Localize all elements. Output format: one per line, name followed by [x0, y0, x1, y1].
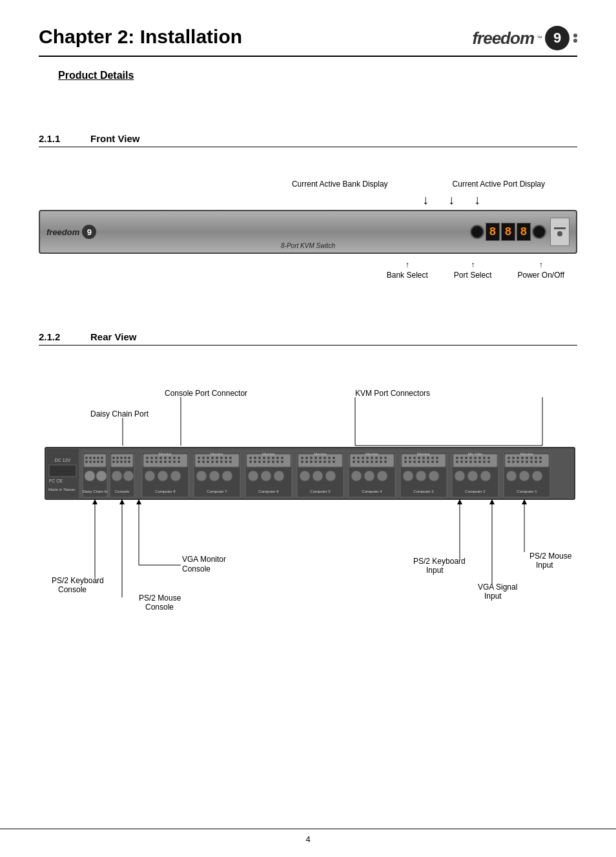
svg-point-68 [225, 457, 227, 459]
power-onoff-label: Power On/Off [518, 271, 564, 280]
svg-point-196 [517, 457, 519, 459]
kvm-digit-1: 8 [486, 223, 500, 241]
svg-point-162 [422, 460, 425, 463]
svg-point-47 [178, 457, 180, 459]
svg-point-43 [159, 457, 162, 459]
svg-point-9 [85, 457, 88, 459]
page-header: Chapter 2: Installation freedom ™ 9 [39, 26, 577, 57]
svg-point-25 [112, 457, 115, 459]
svg-point-12 [97, 457, 99, 459]
logo-circle: 9 [545, 26, 570, 50]
svg-text:PS/2 Mouse: PS/2 Mouse [529, 552, 572, 561]
svg-point-130 [362, 457, 364, 459]
svg-point-202 [508, 460, 510, 463]
svg-point-197 [521, 457, 524, 459]
svg-text:Computer 5: Computer 5 [310, 490, 331, 493]
svg-point-186 [483, 460, 486, 463]
svg-point-53 [169, 460, 171, 463]
svg-point-17 [97, 460, 99, 463]
svg-point-91 [281, 457, 283, 459]
port-select-label: Port Select [454, 271, 492, 280]
section-211-header: 2.1.1 Front View [39, 133, 577, 147]
svg-point-107 [305, 457, 308, 459]
port-select-label-group: ↑ Port Select [454, 260, 492, 280]
svg-point-62 [198, 457, 200, 459]
front-bottom-annotations: ↑ Bank Select ↑ Port Select ↑ Power On/O… [39, 260, 577, 280]
svg-point-40 [146, 457, 149, 459]
svg-point-178 [483, 457, 486, 459]
svg-point-163 [427, 460, 429, 463]
svg-point-198 [526, 457, 528, 459]
page: Chapter 2: Installation freedom ™ 9 Prod… [0, 0, 616, 857]
svg-point-73 [211, 460, 214, 463]
bank-select-arrow: ↑ [406, 260, 409, 269]
svg-point-116 [310, 460, 313, 463]
svg-point-15 [89, 460, 92, 463]
svg-point-146 [377, 471, 387, 481]
rear-view-area: Console Port Connector Daisy Chain Port … [39, 365, 577, 651]
svg-rect-8 [84, 454, 106, 467]
kvm-power-line [554, 227, 566, 229]
svg-point-30 [112, 460, 115, 463]
svg-point-97 [272, 460, 274, 463]
rear-view-svg: Console Port Connector Daisy Chain Port … [39, 378, 577, 649]
svg-point-93 [254, 460, 256, 463]
svg-point-95 [263, 460, 265, 463]
svg-point-153 [418, 457, 420, 459]
svg-point-20 [96, 471, 107, 481]
arrow-bank-down: ↓ [422, 192, 429, 207]
svg-point-33 [124, 460, 127, 463]
svg-point-42 [155, 457, 158, 459]
svg-point-16 [93, 460, 96, 463]
svg-point-161 [418, 460, 420, 463]
svg-point-140 [371, 460, 373, 463]
arrow-port2-down: ↓ [474, 192, 480, 207]
kvm-front-panel: freedom 9 8-Port KVM Switch 8 8 8 [39, 210, 577, 254]
svg-point-175 [469, 457, 472, 459]
svg-point-28 [124, 457, 127, 459]
svg-text:Computer 3: Computer 3 [413, 490, 434, 493]
svg-point-206 [526, 460, 528, 463]
svg-text:Input: Input [536, 561, 553, 570]
svg-point-120 [328, 460, 331, 463]
svg-point-190 [480, 471, 491, 481]
svg-point-204 [517, 460, 519, 463]
svg-text:DC 12V: DC 12V [55, 458, 71, 462]
svg-text:Made in Taiwan: Made in Taiwan [48, 488, 76, 491]
svg-point-124 [325, 471, 336, 481]
arrow-port1-down: ↓ [448, 192, 455, 207]
rear-svg-wrapper: Console Port Connector Daisy Chain Port … [39, 378, 577, 651]
svg-point-66 [216, 457, 218, 459]
svg-text:Computer 6: Computer 6 [258, 490, 279, 493]
svg-point-194 [508, 457, 510, 459]
svg-point-115 [305, 460, 308, 463]
svg-marker-242 [522, 499, 527, 504]
chapter-title: Chapter 2: Installation [39, 26, 242, 48]
bank-select-label-group: ↑ Bank Select [387, 260, 428, 280]
svg-point-26 [116, 457, 119, 459]
svg-point-109 [314, 457, 317, 459]
logo-tm: ™ [537, 35, 542, 41]
svg-text:Computer 8: Computer 8 [155, 490, 176, 493]
daisy-chain-label: Daisy Chain Port [90, 409, 149, 418]
svg-point-19 [85, 471, 95, 481]
svg-text:Monitor: Monitor [262, 452, 275, 456]
svg-text:Computer 2: Computer 2 [465, 490, 486, 493]
svg-point-199 [530, 457, 533, 459]
svg-marker-223 [92, 499, 98, 504]
svg-text:Computer 7: Computer 7 [207, 490, 227, 493]
svg-point-74 [216, 460, 218, 463]
svg-point-166 [403, 471, 413, 481]
svg-text:Input: Input [484, 592, 502, 601]
svg-point-179 [488, 457, 490, 459]
svg-text:Console: Console [58, 585, 87, 594]
kvm-port-connectors-label: KVM Port Connectors [355, 389, 430, 398]
svg-point-151 [409, 457, 411, 459]
svg-point-183 [469, 460, 472, 463]
svg-point-138 [362, 460, 364, 463]
svg-point-90 [276, 457, 279, 459]
svg-point-44 [164, 457, 167, 459]
svg-point-145 [364, 471, 375, 481]
svg-point-113 [333, 457, 335, 459]
svg-point-78 [196, 471, 207, 481]
